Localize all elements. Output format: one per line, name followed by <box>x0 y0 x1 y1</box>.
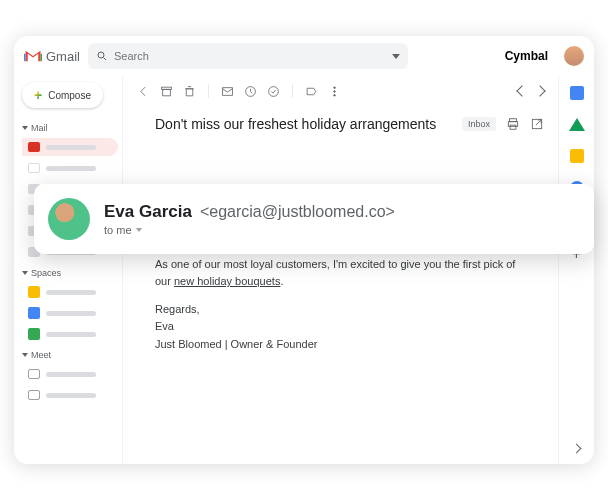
account-avatar[interactable] <box>564 46 584 66</box>
email-signature: Regards, Eva Just Bloomed | Owner & Foun… <box>155 301 526 354</box>
print-icon[interactable] <box>506 117 520 131</box>
space-icon <box>28 286 40 298</box>
email-subject: Don't miss our freshest holiday arrangem… <box>155 116 452 132</box>
svg-rect-4 <box>223 87 233 95</box>
search-icon <box>96 50 108 62</box>
sender-avatar[interactable] <box>48 198 90 240</box>
collapse-rail-icon[interactable] <box>572 444 582 454</box>
svg-point-9 <box>334 94 336 96</box>
prev-button[interactable] <box>516 85 527 96</box>
inbox-label[interactable]: Inbox <box>462 117 496 131</box>
snooze-icon[interactable] <box>244 85 257 98</box>
chevron-down-icon <box>136 228 142 232</box>
archive-icon[interactable] <box>160 85 173 98</box>
calendar-icon[interactable] <box>570 86 584 100</box>
svg-rect-3 <box>163 89 171 96</box>
svg-point-0 <box>98 52 104 58</box>
sidebar-item-inbox[interactable] <box>22 138 118 156</box>
video-icon <box>28 369 40 379</box>
workspace-brand: Cymbal <box>505 49 548 63</box>
section-mail[interactable]: Mail <box>22 123 118 133</box>
labels-icon[interactable] <box>305 85 318 98</box>
subject-row: Don't miss our freshest holiday arrangem… <box>123 106 558 144</box>
keep-icon[interactable] <box>570 149 584 163</box>
back-icon[interactable] <box>137 85 150 98</box>
sender-email: <egarcia@justbloomed.co> <box>200 203 395 221</box>
compose-label: Compose <box>48 90 91 101</box>
delete-icon[interactable] <box>183 85 196 98</box>
next-button[interactable] <box>534 85 545 96</box>
sidebar-item[interactable] <box>22 159 118 177</box>
search-input[interactable] <box>114 50 386 62</box>
sender-card: Eva Garcia <egarcia@justbloomed.co> to m… <box>34 184 594 254</box>
caret-icon <box>22 271 28 275</box>
open-new-window-icon[interactable] <box>530 117 544 131</box>
header: Gmail Cymbal <box>14 36 594 76</box>
app-name: Gmail <box>46 49 80 64</box>
main-pane: Don't miss our freshest holiday arrangem… <box>122 76 558 464</box>
sidebar-meet-item[interactable] <box>22 365 118 383</box>
gmail-icon <box>24 49 42 63</box>
add-task-icon[interactable] <box>267 85 280 98</box>
plus-icon: + <box>34 88 42 102</box>
compose-button[interactable]: + Compose <box>22 82 103 108</box>
sidebar-space[interactable] <box>22 283 118 301</box>
sidebar: + Compose Mail <box>14 76 122 464</box>
right-rail: + <box>558 76 594 464</box>
section-spaces[interactable]: Spaces <box>22 268 118 278</box>
sidebar-space[interactable] <box>22 304 118 322</box>
keyboard-icon <box>28 390 40 400</box>
svg-point-6 <box>269 86 279 96</box>
recipient-line[interactable]: to me <box>104 224 395 236</box>
svg-rect-10 <box>510 119 517 122</box>
caret-icon <box>22 353 28 357</box>
sender-name: Eva Garcia <box>104 202 192 222</box>
svg-rect-12 <box>510 125 516 129</box>
more-icon[interactable] <box>328 85 341 98</box>
sidebar-space[interactable] <box>22 325 118 343</box>
inbox-icon <box>28 142 40 152</box>
bouquets-link[interactable]: new holiday bouquets <box>174 275 280 287</box>
sidebar-meet-item[interactable] <box>22 386 118 404</box>
star-icon <box>28 163 40 173</box>
search-bar[interactable] <box>88 43 408 69</box>
svg-point-7 <box>334 86 336 88</box>
space-icon <box>28 328 40 340</box>
section-meet[interactable]: Meet <box>22 350 118 360</box>
mark-unread-icon[interactable] <box>221 85 234 98</box>
caret-icon <box>22 126 28 130</box>
toolbar <box>123 76 558 106</box>
gmail-logo[interactable]: Gmail <box>24 49 80 64</box>
svg-line-1 <box>103 58 106 61</box>
search-options-icon[interactable] <box>392 54 400 59</box>
svg-point-8 <box>334 90 336 92</box>
space-icon <box>28 307 40 319</box>
body: + Compose Mail <box>14 76 594 464</box>
drive-icon[interactable] <box>569 118 585 131</box>
email-paragraph: As one of our most loyal customers, I'm … <box>155 256 526 291</box>
